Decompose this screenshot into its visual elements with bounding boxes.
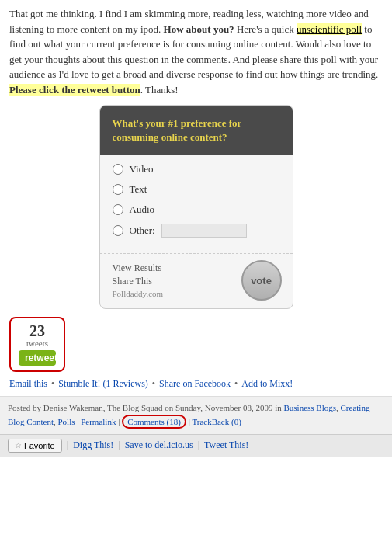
comments-link[interactable]: Comments (18) <box>122 415 186 429</box>
poll-label-audio[interactable]: Audio <box>130 203 155 216</box>
intro-text-4: . Thanks! <box>140 84 179 96</box>
poll-option-audio: Audio <box>113 203 280 216</box>
poll-option-text: Text <box>113 183 280 196</box>
bullet-2: • <box>152 378 155 390</box>
action-bar: ☆ Favorite | Digg This! | Save to del.ic… <box>0 434 392 457</box>
bullet-1: • <box>51 378 54 390</box>
polldaddy-label: Polldaddy.com <box>113 289 164 298</box>
poll-label-text[interactable]: Text <box>130 183 147 196</box>
share-links-row: Email this • Stumble It! (1 Reviews) • S… <box>9 378 383 390</box>
poll-other-input[interactable] <box>161 224 247 238</box>
poll-label-other[interactable]: Other: <box>130 224 155 237</box>
comma-2: , <box>54 417 56 426</box>
digg-link[interactable]: Digg This! <box>73 439 113 451</box>
poll-radio-text[interactable] <box>113 184 123 195</box>
tweet-box-area: 23 tweets retweet <box>9 317 383 372</box>
mixx-link[interactable]: Add to Mixx! <box>241 378 293 390</box>
permalink-link[interactable]: Permalink <box>81 417 116 426</box>
poll-link[interactable]: unscientific poll <box>297 23 362 35</box>
poll-option-video: Video <box>113 163 280 175</box>
tweet-box: 23 tweets retweet <box>9 317 65 372</box>
comma-1: , <box>336 403 338 412</box>
posted-by-text: Posted by Denise Wakeman, The Blog Squad… <box>8 403 282 412</box>
intro-bold-1: How about you? <box>164 23 234 35</box>
favorite-icon: ☆ <box>15 441 22 450</box>
main-content: That got me thinking. I find I am skimmi… <box>0 0 392 390</box>
favorite-button[interactable]: ☆ Favorite <box>8 439 62 453</box>
post-meta: Posted by Denise Wakeman, The Blog Squad… <box>0 396 392 433</box>
poll-radio-audio[interactable] <box>113 204 123 215</box>
stumble-link[interactable]: Stumble It! (1 Reviews) <box>58 378 148 390</box>
trackback-link[interactable]: TrackBack (0) <box>192 417 241 426</box>
tweet-count: 23 <box>19 323 56 339</box>
vote-button[interactable]: vote <box>241 260 282 301</box>
category-business[interactable]: Business Blogs <box>283 403 336 412</box>
facebook-link[interactable]: Share on Facebook <box>159 378 231 390</box>
poll-question: What's your #1 preference for consuming … <box>100 106 293 155</box>
intro-text-2: Here's a quick <box>237 23 297 35</box>
delicious-link[interactable]: Save to del.icio.us <box>125 439 193 451</box>
bullet-3: • <box>234 378 238 390</box>
poll-radio-other[interactable] <box>113 225 123 236</box>
share-this-link[interactable]: Share This <box>113 276 164 287</box>
tweet-label: tweets <box>19 339 56 348</box>
tweet-link[interactable]: Tweet This! <box>204 439 248 451</box>
poll-footer: View Results Share This Polldaddy.com vo… <box>100 260 293 301</box>
pipe-3: | <box>189 417 190 426</box>
intro-paragraph: That got me thinking. I find I am skimmi… <box>9 6 383 97</box>
view-results-link[interactable]: View Results <box>113 262 164 274</box>
sep-1: | <box>67 439 68 451</box>
poll-label-video[interactable]: Video <box>130 163 154 175</box>
favorite-label: Favorite <box>24 441 55 450</box>
sep-2: | <box>118 439 120 451</box>
pipe-1: | <box>77 417 78 426</box>
poll-radio-video[interactable] <box>113 164 123 175</box>
poll-links: View Results Share This Polldaddy.com <box>113 262 164 298</box>
email-link[interactable]: Email this <box>9 378 47 390</box>
intro-bold-2: Please click the retweet button <box>9 84 140 96</box>
poll-option-other: Other: <box>113 224 280 238</box>
sep-3: | <box>198 439 199 451</box>
poll-options: Video Text Audio Other: <box>100 155 293 250</box>
retweet-button[interactable]: retweet <box>19 350 56 366</box>
poll-widget: What's your #1 preference for consuming … <box>99 105 293 309</box>
pipe-2: | <box>118 417 120 426</box>
category-polls[interactable]: Polls <box>57 417 75 426</box>
poll-divider <box>100 253 293 254</box>
